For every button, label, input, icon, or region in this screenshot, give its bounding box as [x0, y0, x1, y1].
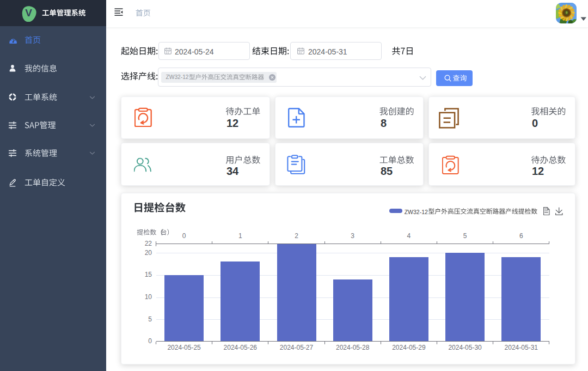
- svg-text:V: V: [25, 7, 32, 19]
